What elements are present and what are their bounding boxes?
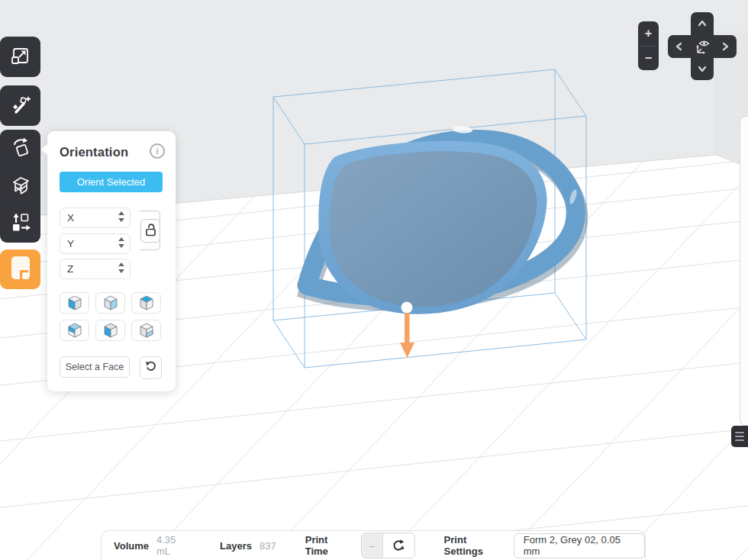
volume-value: 4.35 mL [156,534,191,557]
chevron-down-icon [695,62,709,76]
status-bar: Volume 4.35 mL Layers 837 Print Time -- … [101,530,646,560]
unlock-icon [145,223,156,240]
eye-orbit-icon [692,36,713,57]
print-time-label: Print Time [305,534,352,557]
collapsed-side-panel[interactable] [740,116,748,426]
print-time-control[interactable]: -- [361,533,415,558]
magic-wand-icon [10,94,31,118]
axis-z-spinner[interactable] [118,262,124,273]
panel-title: Orientation [60,145,128,159]
volume-label: Volume [114,540,149,552]
resin-cartridge-icon [9,255,32,284]
info-icon[interactable]: i [150,143,165,159]
axis-x-field[interactable]: X [60,208,131,228]
chevron-right-icon [718,40,732,53]
zoom-in-button[interactable]: + [638,21,659,46]
panel-notch [41,143,48,156]
reset-orientation-button[interactable] [140,356,162,379]
lock-button[interactable] [140,219,160,243]
axis-x-label: X [67,212,74,224]
axis-z-field[interactable]: Z [60,259,131,279]
supports-icon [10,174,31,198]
cartridge-tool-button[interactable] [0,249,40,289]
reset-icon [145,360,157,375]
scale-tool-button[interactable] [0,37,40,77]
pan-up-button[interactable] [691,12,714,35]
layout-tool-button[interactable] [0,205,40,243]
select-face-button[interactable]: Select a Face [60,356,130,378]
print-settings-selector[interactable]: Form 2, Grey 02, 0.05 mm [514,533,645,558]
magic-wand-tool-button[interactable] [0,85,40,126]
menu-icon [735,432,744,441]
supports-tool-button[interactable] [0,167,40,204]
layout-icon [10,211,31,236]
tool-group [0,130,40,243]
axis-y-spinner[interactable] [118,237,124,248]
axis-z-label: Z [67,263,73,275]
pan-down-button[interactable] [691,57,714,80]
axis-y-label: Y [67,238,74,249]
orient-cube-bottom-button[interactable] [131,320,161,341]
print-time-value: -- [362,533,383,558]
axis-x-spinner[interactable] [118,211,124,222]
orient-cube-top-button[interactable] [131,292,161,314]
axis-y-field[interactable]: Y [60,233,131,254]
orient-rotate-icon [9,136,32,162]
layers-value: 837 [260,540,276,552]
print-settings-label: Print Settings [444,534,506,557]
orient-selected-button[interactable]: Orient Selected [60,172,163,192]
layers-label: Layers [220,540,252,552]
orient-cube-right-button[interactable] [95,292,125,314]
chevron-left-icon [672,40,686,53]
orientation-panel: Orientation i Orient Selected X Y Z [47,131,176,391]
chevron-up-icon [695,17,709,31]
orient-cube-front-button[interactable] [60,292,89,314]
panel-toggle-tab[interactable] [731,426,748,447]
zoom-control: + − [638,21,659,70]
view-orbit-button[interactable] [691,35,714,58]
orient-cube-left-button[interactable] [95,320,125,341]
zoom-out-button[interactable]: − [638,47,659,71]
scale-icon [10,45,31,69]
pan-left-button[interactable] [668,35,691,58]
orient-tool-button[interactable] [0,130,40,167]
pan-right-button[interactable] [714,35,737,58]
refresh-icon[interactable] [383,533,414,558]
orient-cube-top-left-button[interactable] [60,320,89,341]
